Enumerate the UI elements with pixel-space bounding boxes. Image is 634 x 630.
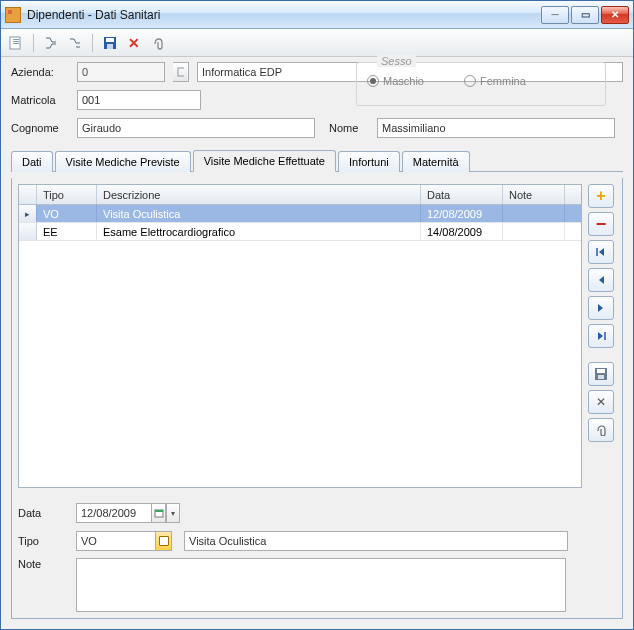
table-row[interactable]: EEEsame Elettrocardiografico14/08/2009 [19, 223, 581, 241]
tab-maternita[interactable]: Maternità [402, 151, 470, 172]
cell-descrizione: Esame Elettrocardiografico [97, 223, 421, 240]
cell-descrizione: Visita Oculistica [97, 205, 421, 222]
sesso-group: Sesso Maschio Femmina [356, 62, 606, 106]
save-icon[interactable] [101, 34, 119, 52]
app-icon [5, 7, 21, 23]
label-sesso: Sesso [377, 57, 416, 67]
grid-last-button[interactable] [588, 324, 614, 348]
detail-note-field[interactable] [76, 558, 566, 612]
detail-tipo-code-field[interactable] [76, 531, 156, 551]
date-dropdown-button[interactable] [152, 503, 166, 523]
delete-icon[interactable]: ✕ [125, 34, 143, 52]
detail-tipo-desc-field[interactable] [184, 531, 568, 551]
grid-delete-button[interactable]: ✕ [588, 390, 614, 414]
grid-body[interactable]: ▸VOVisita Oculistica12/08/2009EEEsame El… [19, 205, 581, 487]
grid-header: Tipo Descrizione Data Note [19, 185, 581, 205]
date-chevron-button[interactable]: ▾ [166, 503, 180, 523]
cell-tipo: EE [37, 223, 97, 240]
cell-data: 12/08/2009 [421, 205, 503, 222]
radio-femmina[interactable]: Femmina [464, 75, 526, 87]
label-matricola: Matricola [11, 94, 69, 106]
detail-tipo-lookup-button[interactable] [156, 531, 172, 551]
svg-rect-5 [106, 38, 114, 42]
main-toolbar: ✕ [1, 29, 633, 57]
tab-strip: Dati Visite Mediche Previste Visite Medi… [11, 149, 623, 172]
last-icon [595, 331, 607, 341]
label-detail-data: Data [18, 507, 68, 519]
find-next-icon[interactable] [66, 34, 84, 52]
grid-first-button[interactable] [588, 240, 614, 264]
grid-save-button[interactable] [588, 362, 614, 386]
cell-note [503, 223, 565, 240]
row-indicator-icon [19, 223, 37, 240]
label-detail-tipo: Tipo [18, 535, 68, 547]
detail-data-field[interactable] [76, 503, 152, 523]
label-detail-note: Note [18, 558, 68, 570]
radio-dot-icon [367, 75, 379, 87]
attach-icon [595, 424, 607, 436]
azienda-code-field[interactable] [77, 62, 165, 82]
svg-rect-1 [13, 39, 19, 40]
tab-panel: Tipo Descrizione Data Note ▸VOVisita Ocu… [11, 178, 623, 619]
content-area: Azienda: Sesso Maschio Femmina Matricola… [1, 57, 633, 629]
grid-side-buttons: + − ✕ [588, 184, 616, 488]
close-button[interactable]: ✕ [601, 6, 629, 24]
label-cognome: Cognome [11, 122, 69, 134]
grid-attach-button[interactable] [588, 418, 614, 442]
separator [33, 34, 34, 52]
grid-header-tipo[interactable]: Tipo [37, 185, 97, 204]
tab-dati[interactable]: Dati [11, 151, 53, 172]
tab-visite-effettuate[interactable]: Visite Mediche Effettuate [193, 150, 336, 172]
detail-form: Data ▾ Tipo [18, 502, 616, 612]
label-azienda: Azienda: [11, 66, 69, 78]
azienda-lookup-button[interactable] [173, 62, 189, 82]
next-icon [596, 303, 606, 313]
maximize-button[interactable]: ▭ [571, 6, 599, 24]
find-icon[interactable] [42, 34, 60, 52]
cognome-field[interactable] [77, 118, 315, 138]
matricola-field[interactable] [77, 90, 201, 110]
save-icon [595, 368, 607, 380]
calendar-icon [154, 508, 164, 518]
cell-tipo: VO [37, 205, 97, 222]
grid-remove-button[interactable]: − [588, 212, 614, 236]
radio-maschio[interactable]: Maschio [367, 75, 424, 87]
grid-header-descrizione[interactable]: Descrizione [97, 185, 421, 204]
label-nome: Nome [329, 122, 369, 134]
row-indicator-icon: ▸ [19, 205, 37, 222]
minimize-button[interactable]: ─ [541, 6, 569, 24]
cell-data: 14/08/2009 [421, 223, 503, 240]
svg-rect-2 [13, 41, 19, 42]
tab-infortuni[interactable]: Infortuni [338, 151, 400, 172]
prev-icon [596, 275, 606, 285]
visits-grid[interactable]: Tipo Descrizione Data Note ▸VOVisita Ocu… [18, 184, 582, 488]
grid-prev-button[interactable] [588, 268, 614, 292]
attach-icon[interactable] [149, 34, 167, 52]
grid-header-note[interactable]: Note [503, 185, 565, 204]
grid-add-button[interactable]: + [588, 184, 614, 208]
svg-rect-6 [107, 44, 113, 49]
cell-note [503, 205, 565, 222]
grid-header-data[interactable]: Data [421, 185, 503, 204]
first-icon [595, 247, 607, 257]
svg-rect-9 [597, 369, 605, 373]
radio-dot-icon [464, 75, 476, 87]
grid-next-button[interactable] [588, 296, 614, 320]
nome-field[interactable] [377, 118, 615, 138]
tab-visite-previste[interactable]: Visite Mediche Previste [55, 151, 191, 172]
grid-header-indicator [19, 185, 37, 204]
new-record-icon[interactable] [7, 34, 25, 52]
svg-rect-3 [13, 43, 19, 44]
svg-rect-7 [178, 68, 184, 76]
svg-rect-10 [598, 375, 604, 379]
svg-rect-12 [155, 510, 163, 512]
window-root: Dipendenti - Dati Sanitari ─ ▭ ✕ ✕ Azien… [0, 0, 634, 630]
grid-header-pad [565, 185, 581, 204]
window-title: Dipendenti - Dati Sanitari [27, 8, 541, 22]
table-row[interactable]: ▸VOVisita Oculistica12/08/2009 [19, 205, 581, 223]
separator [92, 34, 93, 52]
titlebar[interactable]: Dipendenti - Dati Sanitari ─ ▭ ✕ [1, 1, 633, 29]
